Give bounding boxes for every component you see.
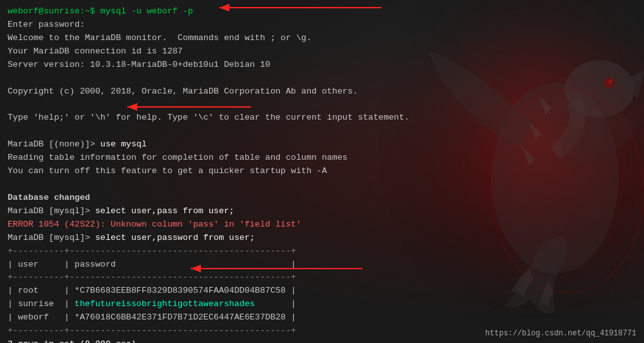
table-border-top: +----------+----------------------------… bbox=[8, 246, 296, 256]
prompt-user: weborf@sunrise:~$ mysql -u weborf -p bbox=[8, 6, 193, 16]
mariadb-none-line: MariaDB [(none)]> use mysql bbox=[8, 139, 147, 149]
watermark: https://blog.csdn.net/qq_41918771 bbox=[485, 329, 636, 338]
terminal-text: weborf@sunrise:~$ mysql -u weborf -p Ent… bbox=[8, 5, 636, 343]
table-row-root: | root | *C7B6683EEB8FF8329D8390574FAA04… bbox=[8, 286, 296, 295]
error-line: ERROR 1054 (42S22): Unknown column 'pass… bbox=[8, 220, 301, 229]
server-line: Server version: 10.3.18-MariaDB-0+deb10u… bbox=[8, 60, 270, 69]
welcome-line: Welcome to the MariaDB monitor. Commands… bbox=[8, 33, 312, 43]
select2-line: MariaDB [mysql]> select user,password fr… bbox=[8, 233, 255, 242]
table-border-bot: +----------+----------------------------… bbox=[8, 326, 296, 335]
type-help-line: Type 'help;' or '\h' for help. Type '\c'… bbox=[8, 113, 409, 122]
table-border-mid: +----------+----------------------------… bbox=[8, 272, 296, 282]
table-row-sunrise: | sunrise | thefutureissobrightigottawea… bbox=[8, 299, 296, 309]
table-header: | user | password | bbox=[8, 260, 296, 269]
reading-line: Reading table information for completion… bbox=[8, 153, 348, 162]
turnoff-line: You can turn off this feature to get a q… bbox=[8, 166, 327, 176]
terminal-window: weborf@sunrise:~$ mysql -u weborf -p Ent… bbox=[0, 0, 644, 343]
enter-password-line: Enter password: bbox=[8, 20, 85, 29]
table-row-weborf: | weborf | *A76018C6BB42E371FD7B71D2EC64… bbox=[8, 312, 296, 322]
db-changed-line: Database changed bbox=[8, 193, 90, 202]
select1-line: MariaDB [mysql]> select user,pass from u… bbox=[8, 206, 234, 216]
connection-line: Your MariaDB connection id is 1287 bbox=[8, 46, 182, 56]
rows-count-line: 3 rows in set (0.000 sec) bbox=[8, 339, 137, 343]
copyright-line: Copyright (c) 2000, 2018, Oracle, MariaD… bbox=[8, 87, 358, 96]
